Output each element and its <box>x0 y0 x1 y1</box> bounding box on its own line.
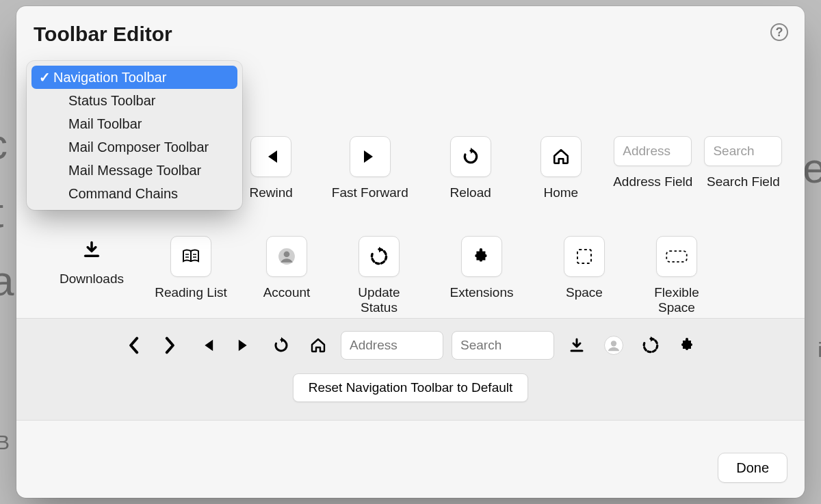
svg-point-1 <box>284 251 290 257</box>
toolbar-preview: Reset Navigation Toolbar to Default <box>16 318 805 421</box>
home-icon <box>540 136 582 177</box>
svg-rect-2 <box>577 250 591 263</box>
reload-button[interactable] <box>272 336 291 355</box>
toolbar-item-flexible-space[interactable]: Flexible Space <box>636 236 718 315</box>
address-input[interactable] <box>341 331 443 360</box>
fast-forward-icon <box>237 338 251 353</box>
checkmark-icon: ✓ <box>37 69 52 85</box>
chevron-right-icon <box>164 336 177 354</box>
toolbar-item-reload[interactable]: Reload <box>428 136 512 200</box>
fast-forward-icon <box>350 136 391 177</box>
toolbar-item-fast-forward[interactable]: Fast Forward <box>319 136 421 200</box>
help-button[interactable]: ? <box>770 23 788 41</box>
dropdown-item-status-toolbar[interactable]: ✓Status Toolbar <box>31 89 237 112</box>
rewind-icon <box>250 136 291 177</box>
update-status-icon <box>359 236 400 277</box>
dropdown-item-navigation-toolbar[interactable]: ✓ Navigation Toolbar <box>31 66 237 89</box>
svg-point-4 <box>611 341 616 346</box>
home-icon <box>310 337 326 354</box>
bg-text: a <box>0 256 14 305</box>
chevron-left-icon <box>127 336 140 354</box>
reload-icon <box>450 136 491 177</box>
rewind-icon <box>200 338 214 353</box>
extensions-icon <box>461 236 502 277</box>
toolbar-item-account[interactable]: Account <box>246 236 328 315</box>
help-icon: ? <box>776 25 783 40</box>
update-status-icon <box>642 336 660 354</box>
account-icon <box>604 336 623 355</box>
toolbar-item-address-field[interactable]: Address Address Field <box>609 136 697 200</box>
toolbar-editor-dialog: Toolbar Editor ? Rewind Fast Forward <box>16 6 805 498</box>
fast-forward-button[interactable] <box>235 336 254 355</box>
back-button[interactable] <box>124 336 143 355</box>
rewind-button[interactable] <box>198 336 217 355</box>
dropdown-item-mail-composer-toolbar[interactable]: ✓Mail Composer Toolbar <box>31 135 237 159</box>
extensions-button[interactable] <box>678 336 697 355</box>
home-button[interactable] <box>309 336 328 355</box>
bg-text: B <box>0 431 10 454</box>
account-button[interactable] <box>604 336 623 355</box>
address-field-placeholder: Address <box>614 136 692 166</box>
toolbar-item-extensions[interactable]: Extensions <box>430 236 533 315</box>
toolbar-item-rewind[interactable]: Rewind <box>230 136 312 200</box>
toolbar-item-home[interactable]: Home <box>520 136 602 200</box>
downloads-icon <box>569 337 585 354</box>
dropdown-item-mail-toolbar[interactable]: ✓Mail Toolbar <box>31 112 237 135</box>
dropdown-item-command-chains[interactable]: ✓Command Chains <box>31 182 237 205</box>
forward-button[interactable] <box>161 336 180 355</box>
svg-rect-3 <box>666 251 686 262</box>
toolbar-item-downloads[interactable]: Downloads <box>47 236 136 315</box>
downloads-icon <box>71 236 112 263</box>
toolbar-selector-dropdown[interactable]: ✓ Navigation Toolbar ✓Status Toolbar ✓Ma… <box>27 61 242 210</box>
search-input[interactable] <box>452 331 554 360</box>
downloads-button[interactable] <box>567 336 586 355</box>
toolbar-item-search-field[interactable]: Search Search Field <box>704 136 783 200</box>
extensions-icon <box>679 337 696 354</box>
reload-icon <box>273 337 289 354</box>
bg-text: ix <box>818 339 821 362</box>
flexible-space-icon <box>656 236 697 277</box>
space-icon <box>564 236 605 277</box>
dropdown-item-mail-message-toolbar[interactable]: ✓Mail Message Toolbar <box>31 159 237 182</box>
toolbar-item-reading-list[interactable]: Reading List <box>143 236 239 315</box>
bg-text: e <box>803 144 821 192</box>
available-items-row: Downloads Reading List Account Update St… <box>47 236 783 315</box>
reading-list-icon <box>170 236 211 277</box>
reset-toolbar-button[interactable]: Reset Navigation Toolbar to Default <box>293 373 529 402</box>
toolbar-item-update-status[interactable]: Update Status <box>335 236 423 315</box>
account-icon <box>266 236 307 277</box>
update-status-button[interactable] <box>641 336 660 355</box>
bg-text: c <box>0 120 8 168</box>
done-button[interactable]: Done <box>718 453 787 483</box>
toolbar-preview-inner <box>16 331 805 360</box>
search-field-placeholder: Search <box>704 136 782 166</box>
bg-text: t <box>0 188 4 237</box>
toolbar-item-space[interactable]: Space <box>540 236 629 315</box>
dialog-title: Toolbar Editor <box>34 23 172 46</box>
